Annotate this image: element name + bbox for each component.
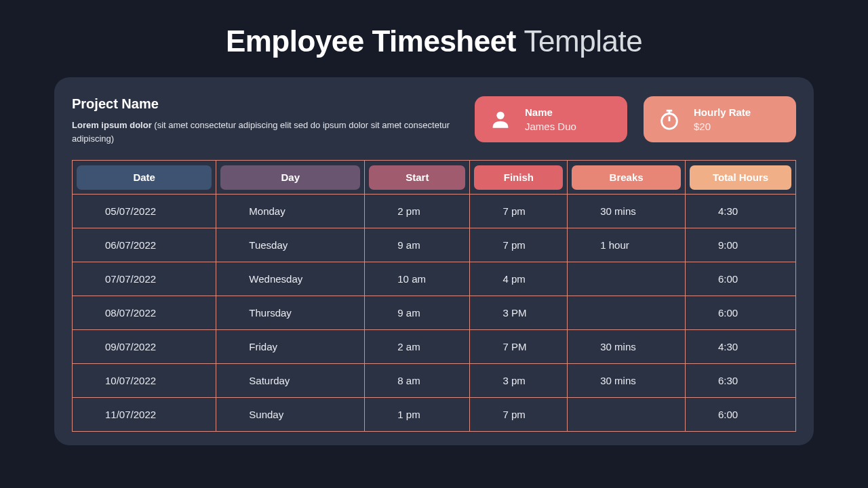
- cell-date: 05/07/2022: [73, 195, 216, 228]
- cell-day: Saturday: [216, 364, 365, 398]
- cell-total: 9:00: [685, 228, 795, 262]
- cell-day: Tuesday: [216, 228, 365, 262]
- title-light: Template: [524, 24, 643, 58]
- cell-breaks: 30 mins: [568, 195, 686, 228]
- project-desc-bold: Lorem ipsum dolor: [72, 120, 152, 130]
- cell-breaks: 1 hour: [568, 228, 686, 262]
- table-row: 07/07/2022Wednesday10 am4 pm6:00: [73, 262, 796, 296]
- name-value: James Duo: [525, 121, 576, 132]
- page-title: Employee Timesheet Template: [0, 0, 868, 77]
- table-header-row: Date Day Start Finish Breaks Total Hours: [73, 161, 796, 195]
- cell-total: 6:00: [685, 296, 795, 330]
- title-bold: Employee Timesheet: [226, 24, 516, 58]
- cell-start: 9 am: [365, 296, 470, 330]
- cell-date: 07/07/2022: [73, 262, 216, 296]
- cell-date: 10/07/2022: [73, 364, 216, 398]
- col-date: Date: [77, 165, 212, 190]
- cell-day: Sunday: [216, 398, 365, 432]
- table-row: 11/07/2022Sunday1 pm7 pm6:00: [73, 398, 796, 432]
- name-card: Name James Duo: [475, 96, 627, 142]
- timesheet-table: Date Day Start Finish Breaks Total Hours…: [72, 160, 796, 432]
- cell-total: 6:00: [685, 262, 795, 296]
- table-row: 08/07/2022Thursday9 am3 PM6:00: [73, 296, 796, 330]
- project-name-label: Project Name: [72, 96, 458, 112]
- cell-date: 11/07/2022: [73, 398, 216, 432]
- cell-finish: 7 pm: [470, 228, 568, 262]
- project-block: Project Name Lorem ipsum dolor (sit amet…: [72, 96, 458, 145]
- table-row: 09/07/2022Friday2 am7 PM30 mins4:30: [73, 330, 796, 364]
- cell-date: 09/07/2022: [73, 330, 216, 364]
- table-row: 05/07/2022Monday2 pm7 pm30 mins4:30: [73, 195, 796, 228]
- project-description: Lorem ipsum dolor (sit amet consectetur …: [72, 119, 458, 145]
- cell-start: 1 pm: [365, 398, 470, 432]
- cell-total: 4:30: [685, 330, 795, 364]
- cell-breaks: 30 mins: [568, 364, 686, 398]
- table-row: 06/07/2022Tuesday9 am7 pm1 hour9:00: [73, 228, 796, 262]
- cell-finish: 7 pm: [470, 398, 568, 432]
- cell-total: 6:30: [685, 364, 795, 398]
- cell-start: 10 am: [365, 262, 470, 296]
- cell-finish: 4 pm: [470, 262, 568, 296]
- col-day: Day: [220, 165, 360, 190]
- cell-day: Friday: [216, 330, 365, 364]
- rate-label: Hourly Rate: [694, 106, 751, 118]
- cell-day: Monday: [216, 195, 365, 228]
- rate-card: Hourly Rate $20: [644, 96, 796, 142]
- svg-point-0: [496, 112, 504, 119]
- cell-start: 8 am: [365, 364, 470, 398]
- col-finish: Finish: [474, 165, 563, 190]
- col-breaks: Breaks: [572, 165, 681, 190]
- timesheet-card: Project Name Lorem ipsum dolor (sit amet…: [54, 77, 814, 445]
- col-total: Total Hours: [690, 165, 791, 190]
- person-icon: [487, 106, 514, 133]
- cell-date: 08/07/2022: [73, 296, 216, 330]
- cell-total: 6:00: [685, 398, 795, 432]
- cell-day: Wednesday: [216, 262, 365, 296]
- table-row: 10/07/2022Saturday8 am3 pm30 mins6:30: [73, 364, 796, 398]
- cell-start: 2 pm: [365, 195, 470, 228]
- cell-finish: 3 PM: [470, 296, 568, 330]
- cell-total: 4:30: [685, 195, 795, 228]
- cell-start: 2 am: [365, 330, 470, 364]
- header-row: Project Name Lorem ipsum dolor (sit amet…: [72, 96, 796, 145]
- cell-breaks: [568, 296, 686, 330]
- rate-value: $20: [694, 121, 751, 132]
- cell-finish: 7 pm: [470, 195, 568, 228]
- cell-date: 06/07/2022: [73, 228, 216, 262]
- svg-point-1: [662, 114, 677, 129]
- cell-breaks: [568, 262, 686, 296]
- name-label: Name: [525, 106, 576, 118]
- cell-finish: 7 PM: [470, 330, 568, 364]
- cell-day: Thursday: [216, 296, 365, 330]
- col-start: Start: [369, 165, 465, 190]
- cell-breaks: [568, 398, 686, 432]
- cell-finish: 3 pm: [470, 364, 568, 398]
- cell-breaks: 30 mins: [568, 330, 686, 364]
- stopwatch-icon: [656, 106, 683, 133]
- cell-start: 9 am: [365, 228, 470, 262]
